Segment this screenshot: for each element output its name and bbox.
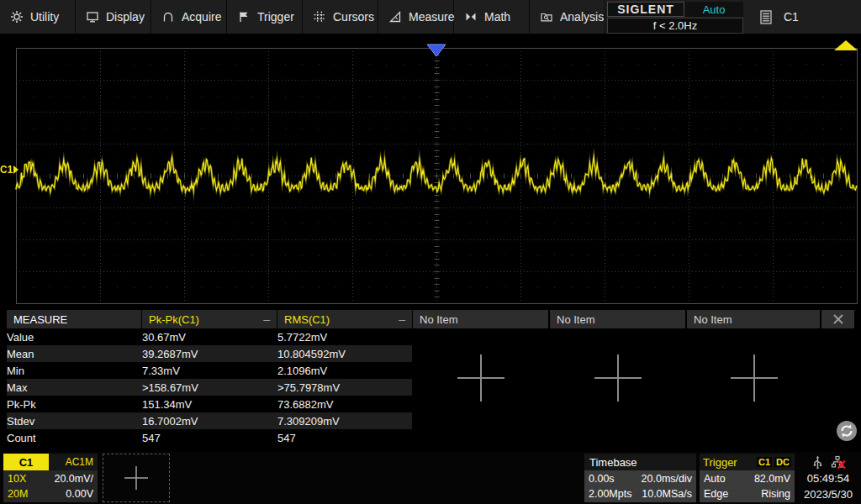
lan-disconnected-icon bbox=[831, 455, 846, 470]
add-measure-placeholder[interactable] bbox=[727, 351, 781, 405]
stat-value: 151.34mV bbox=[142, 396, 277, 412]
reset-statistics-button[interactable] bbox=[836, 420, 858, 442]
channel-1-name-badge: C1 bbox=[3, 454, 49, 470]
stat-value: 5.7722mV bbox=[277, 328, 412, 345]
table-row: Mean 39.2687mV 10.804592mV bbox=[7, 345, 412, 362]
time-per-div: 20.0ms/div bbox=[642, 473, 692, 485]
math-icon bbox=[464, 10, 478, 24]
trigger-mode: Auto bbox=[704, 473, 726, 485]
stat-value: 7.309209mV bbox=[277, 412, 412, 429]
remove-measure-2-icon[interactable]: – bbox=[394, 312, 405, 326]
stat-value: 7.33mV bbox=[142, 362, 277, 379]
trigger-level-value: 82.0mV bbox=[754, 473, 790, 485]
stat-value: 547 bbox=[277, 429, 412, 446]
measure-slot-1[interactable]: Pk-Pk(C1) – bbox=[142, 310, 277, 328]
scope-canvas[interactable] bbox=[0, 35, 861, 309]
measure-slot-4[interactable]: No Item bbox=[550, 310, 685, 328]
menu-analysis-label: Analysis bbox=[560, 10, 604, 24]
active-dialog-indicator[interactable]: C1 bbox=[760, 0, 799, 34]
menu-math-label: Math bbox=[484, 10, 510, 24]
channel-offset-arrow-icon bbox=[13, 165, 18, 174]
trigger-title: Trigger bbox=[703, 456, 754, 469]
channel-offset-marker[interactable]: C1 bbox=[0, 164, 18, 176]
measure-slot-3-label: No Item bbox=[420, 313, 458, 326]
trigger-frequency-readout: f < 2.0Hz bbox=[607, 18, 743, 34]
table-row: Max >158.67mV >75.7978mV bbox=[7, 379, 412, 396]
menu-display-label: Display bbox=[106, 10, 145, 24]
table-row: Stdev 16.7002mV 7.309209mV bbox=[7, 412, 412, 429]
stat-value: >158.67mV bbox=[142, 379, 277, 396]
timebase-delay: 0.00s bbox=[589, 473, 615, 485]
stat-label: Stdev bbox=[7, 412, 142, 429]
stat-label: Max bbox=[7, 379, 142, 396]
add-measure-placeholder[interactable] bbox=[591, 351, 645, 405]
close-icon bbox=[832, 312, 845, 326]
stat-value: 16.7002mV bbox=[142, 412, 277, 429]
table-row: Count 547 547 bbox=[7, 429, 412, 446]
gear-icon bbox=[10, 10, 24, 24]
notes-icon bbox=[760, 10, 772, 24]
menu-trigger-label: Trigger bbox=[257, 10, 294, 24]
menu-cursors-label: Cursors bbox=[333, 10, 374, 24]
memory-depth: 2.00Mpts bbox=[589, 488, 631, 500]
trigger-descriptor[interactable]: Trigger C1 DC Auto 82.0mV Edge Rising bbox=[700, 454, 795, 502]
measure-slot-2[interactable]: RMS(C1) – bbox=[277, 310, 412, 328]
stat-value: 30.67mV bbox=[142, 328, 277, 345]
menu-acquire[interactable]: Acquire bbox=[151, 0, 227, 34]
menubar: Utility Display Acquire Trigger bbox=[0, 0, 861, 35]
remove-measure-1-icon[interactable]: – bbox=[258, 312, 270, 326]
system-date: 2023/5/30 bbox=[797, 486, 859, 502]
scope-display: C1 bbox=[0, 35, 861, 309]
stat-value: 73.6882mV bbox=[277, 396, 412, 412]
add-measure-placeholder[interactable] bbox=[454, 351, 508, 405]
measure-title-label: MEASURE bbox=[13, 313, 67, 326]
measure-slot-4-label: No Item bbox=[557, 313, 595, 326]
timebase-title: Timebase bbox=[584, 454, 696, 470]
system-time: 05:49:54 bbox=[797, 470, 859, 486]
usb-icon bbox=[811, 455, 824, 470]
stat-value: 39.2687mV bbox=[142, 345, 277, 362]
plus-icon bbox=[122, 464, 151, 492]
stat-label: Mean bbox=[7, 345, 142, 362]
probe-attenuation: 10X bbox=[8, 473, 26, 485]
menu-display[interactable]: Display bbox=[76, 0, 151, 34]
status-bar: C1 AC1M 10X 20.0mV/ 20M 0.00V Timeb bbox=[0, 452, 861, 504]
menu-trigger[interactable]: Trigger bbox=[227, 0, 303, 34]
timebase-descriptor[interactable]: Timebase 0.00s 20.0ms/div 2.00Mpts 10.0M… bbox=[584, 454, 696, 502]
channel-1-descriptor[interactable]: C1 AC1M 10X 20.0mV/ 20M 0.00V bbox=[3, 454, 98, 502]
measure-slot-5[interactable]: No Item bbox=[687, 310, 820, 328]
trigger-slope: Rising bbox=[761, 488, 790, 500]
add-channel-box[interactable] bbox=[103, 454, 170, 502]
channel-offset-value: 0.00V bbox=[66, 488, 93, 500]
menu-utility-label: Utility bbox=[30, 10, 59, 24]
menu-analysis[interactable]: Analysis bbox=[530, 0, 605, 34]
menu-cursors[interactable]: Cursors bbox=[303, 0, 378, 34]
measure-slot-3[interactable]: No Item bbox=[413, 310, 548, 328]
trigger-level-marker[interactable] bbox=[833, 39, 858, 52]
acquisition-mode-badge: Auto bbox=[684, 2, 743, 17]
menu-measure[interactable]: Measure bbox=[378, 0, 454, 34]
bandwidth-limit: 20M bbox=[8, 488, 28, 500]
volts-per-div: 20.0mV/ bbox=[54, 473, 93, 485]
measure-panel-title: MEASURE bbox=[7, 310, 141, 328]
measure-icon bbox=[388, 10, 402, 24]
analysis-icon bbox=[540, 10, 553, 24]
system-status: 05:49:54 2023/5/30 bbox=[797, 454, 859, 502]
trigger-position-marker[interactable] bbox=[426, 44, 446, 58]
menu-math[interactable]: Math bbox=[454, 0, 530, 34]
menu-utility[interactable]: Utility bbox=[0, 0, 76, 34]
stat-label: Pk-Pk bbox=[7, 396, 142, 412]
flag-icon bbox=[237, 10, 251, 24]
measure-slot-1-label: Pk-Pk(C1) bbox=[149, 313, 199, 326]
trigger-coupling-badge: DC bbox=[774, 457, 791, 467]
sample-rate: 10.0MSa/s bbox=[642, 488, 692, 500]
stat-value: >75.7978mV bbox=[277, 379, 412, 396]
brand-status-block: SIGLENT Auto f < 2.0Hz bbox=[607, 0, 743, 34]
stat-label: Value bbox=[7, 328, 142, 345]
stat-value: 10.804592mV bbox=[277, 345, 412, 362]
stat-value: 2.1096mV bbox=[277, 362, 412, 379]
table-row: Min 7.33mV 2.1096mV bbox=[7, 362, 412, 379]
measure-slot-2-label: RMS(C1) bbox=[284, 313, 330, 326]
measure-close-button[interactable] bbox=[821, 310, 854, 328]
channel-offset-label: C1 bbox=[0, 164, 13, 176]
